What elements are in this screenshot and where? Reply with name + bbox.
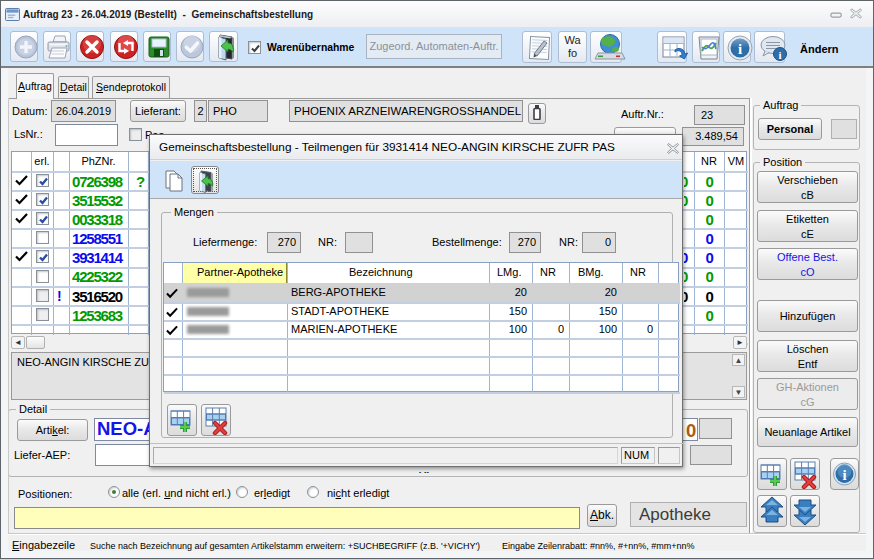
- svg-text:i: i: [842, 467, 846, 483]
- svg-text:i: i: [778, 49, 781, 61]
- svg-text:i: i: [738, 41, 742, 57]
